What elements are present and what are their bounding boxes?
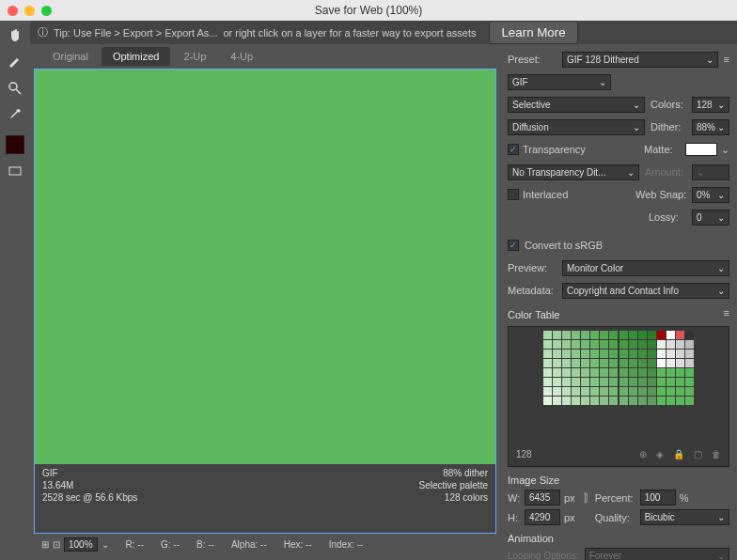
color-swatch[interactable]	[581, 350, 589, 358]
color-swatch[interactable]	[562, 378, 571, 386]
color-swatch[interactable]	[543, 350, 552, 358]
color-swatch[interactable]	[609, 350, 618, 358]
ct-icon-2[interactable]: ◈	[656, 449, 664, 459]
color-swatch[interactable]	[666, 340, 675, 349]
tab-2up[interactable]: 2-Up	[172, 47, 217, 66]
color-swatch[interactable]	[581, 340, 589, 349]
color-swatch[interactable]	[543, 387, 552, 396]
interlaced-checkbox[interactable]	[508, 189, 519, 200]
color-swatch[interactable]	[609, 359, 618, 367]
preview-select[interactable]: Monitor Color	[562, 260, 729, 276]
dither-select[interactable]: 88%	[692, 119, 729, 135]
format-select[interactable]: GIF	[508, 74, 611, 90]
color-swatch[interactable]	[543, 378, 552, 386]
color-swatch[interactable]	[609, 340, 618, 349]
color-swatch[interactable]	[666, 368, 675, 377]
color-swatch[interactable]	[685, 368, 694, 377]
color-swatch[interactable]	[638, 368, 647, 377]
color-swatch[interactable]	[648, 350, 656, 358]
color-swatch[interactable]	[553, 359, 561, 367]
hand-tool-icon[interactable]	[5, 26, 25, 45]
link-icon[interactable]: ⟧	[583, 491, 588, 504]
color-swatch[interactable]	[581, 368, 589, 377]
color-swatch[interactable]	[553, 368, 561, 377]
color-swatch[interactable]	[629, 359, 637, 367]
color-swatch[interactable]	[676, 359, 684, 367]
color-swatch[interactable]	[638, 340, 647, 349]
color-swatch[interactable]	[600, 340, 608, 349]
color-swatch[interactable]	[619, 397, 628, 405]
color-swatch[interactable]	[629, 397, 637, 405]
color-swatch[interactable]	[600, 359, 608, 367]
chevron-down-icon[interactable]: ⌄	[102, 539, 109, 550]
color-swatch[interactable]	[590, 397, 599, 405]
ct-lock-icon[interactable]: 🔒	[673, 449, 684, 459]
eyedropper-color[interactable]	[6, 135, 24, 154]
grid2-icon[interactable]: ⊡	[53, 539, 60, 550]
preset-select[interactable]: GIF 128 Dithered	[562, 52, 718, 68]
color-swatch[interactable]	[543, 397, 552, 405]
color-swatch[interactable]	[648, 368, 656, 377]
color-swatch[interactable]	[619, 378, 628, 386]
color-swatch[interactable]	[600, 350, 608, 358]
color-swatch[interactable]	[553, 331, 561, 339]
color-swatch[interactable]	[666, 331, 675, 339]
color-swatch[interactable]	[629, 378, 637, 386]
color-swatch[interactable]	[572, 368, 580, 377]
color-swatch[interactable]	[676, 331, 684, 339]
percent-input[interactable]	[640, 490, 676, 506]
ct-new-icon[interactable]: ▢	[694, 449, 702, 459]
websnap-select[interactable]: 0%	[692, 187, 729, 203]
color-swatch[interactable]	[562, 331, 571, 339]
color-swatch[interactable]	[619, 368, 628, 377]
color-swatch[interactable]	[562, 368, 571, 377]
transparency-checkbox[interactable]	[508, 144, 519, 155]
color-swatch[interactable]	[629, 350, 637, 358]
color-swatch[interactable]	[648, 340, 656, 349]
height-input[interactable]	[525, 509, 560, 525]
ct-icon-1[interactable]: ⊕	[639, 449, 647, 459]
color-swatch[interactable]	[666, 359, 675, 367]
zoom-tool-icon[interactable]	[5, 79, 25, 98]
color-swatch[interactable]	[609, 397, 618, 405]
color-swatch[interactable]	[685, 397, 694, 405]
color-swatch[interactable]	[572, 350, 580, 358]
color-swatch[interactable]	[553, 397, 561, 405]
color-swatch[interactable]	[685, 340, 694, 349]
color-swatch[interactable]	[562, 350, 571, 358]
color-swatch[interactable]	[609, 331, 618, 339]
color-swatch[interactable]	[543, 359, 552, 367]
color-swatch[interactable]	[685, 331, 694, 339]
color-swatch[interactable]	[657, 331, 666, 339]
color-swatch[interactable]	[638, 397, 647, 405]
color-swatch[interactable]	[629, 368, 637, 377]
color-swatch[interactable]	[676, 378, 684, 386]
color-swatch[interactable]	[619, 350, 628, 358]
color-swatch[interactable]	[657, 350, 666, 358]
color-swatch[interactable]	[590, 340, 599, 349]
color-swatch[interactable]	[572, 359, 580, 367]
learn-more-button[interactable]: Learn More	[489, 21, 577, 44]
tab-original[interactable]: Original	[41, 47, 100, 66]
color-swatch[interactable]	[666, 387, 675, 396]
color-swatch[interactable]	[648, 387, 656, 396]
color-swatch[interactable]	[590, 350, 599, 358]
lossy-select[interactable]: 0	[692, 210, 729, 226]
close-window[interactable]	[8, 6, 18, 16]
color-swatch[interactable]	[685, 387, 694, 396]
color-swatch[interactable]	[581, 387, 589, 396]
color-swatch[interactable]	[609, 368, 618, 377]
color-swatch[interactable]	[581, 378, 589, 386]
image-preview[interactable]	[35, 70, 495, 464]
color-swatch[interactable]	[648, 378, 656, 386]
color-table-menu-icon[interactable]: ≡	[724, 307, 729, 319]
color-swatch[interactable]	[629, 387, 637, 396]
colors-select[interactable]: 128	[692, 97, 729, 113]
color-swatch[interactable]	[638, 378, 647, 386]
preset-menu-icon[interactable]: ≡	[724, 54, 729, 65]
color-swatch[interactable]	[648, 359, 656, 367]
color-swatch[interactable]	[600, 368, 608, 377]
color-swatch[interactable]	[572, 340, 580, 349]
color-swatch[interactable]	[629, 340, 637, 349]
color-swatch[interactable]	[676, 368, 684, 377]
